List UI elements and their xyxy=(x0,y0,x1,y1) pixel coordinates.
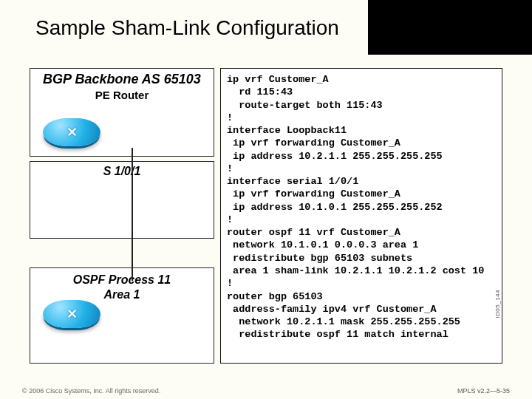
config-text-box: ip vrf Customer_A rd 115:43 route-target… xyxy=(220,68,502,364)
copyright-text: © 2006 Cisco Systems, Inc. All rights re… xyxy=(22,387,160,395)
diagram-column: BGP Backbone AS 65103 PE Router S 1/0/1 … xyxy=(30,68,214,364)
panel-gap xyxy=(30,242,214,263)
pe-router-label: PE Router xyxy=(30,89,214,101)
content-area: BGP Backbone AS 65103 PE Router S 1/0/1 … xyxy=(30,68,502,364)
page-code: MPLS v2.2—5-35 xyxy=(457,387,510,395)
bgp-as-label: BGP Backbone AS 65103 xyxy=(30,72,214,87)
config-column: ip vrf Customer_A rd 115:43 route-target… xyxy=(220,68,502,364)
side-reference-code: ID05_144 xyxy=(494,290,501,318)
serial-panel: S 1/0/1 xyxy=(30,161,214,239)
router-icon xyxy=(43,300,100,328)
router-icon xyxy=(43,118,100,146)
ospf-process-label: OSPF Process 11 Area 1 xyxy=(30,273,214,302)
slide: Sample Sham-Link Configuration BGP Backb… xyxy=(0,0,532,399)
footer: © 2006 Cisco Systems, Inc. All rights re… xyxy=(0,383,532,399)
slide-title: Sample Sham-Link Configuration xyxy=(35,16,345,40)
vertical-link-line xyxy=(132,148,133,281)
serial-interface-label: S 1/0/1 xyxy=(30,165,214,178)
ospf-line1: OSPF Process 11 xyxy=(73,273,171,286)
ospf-line2: Area 1 xyxy=(104,288,140,301)
